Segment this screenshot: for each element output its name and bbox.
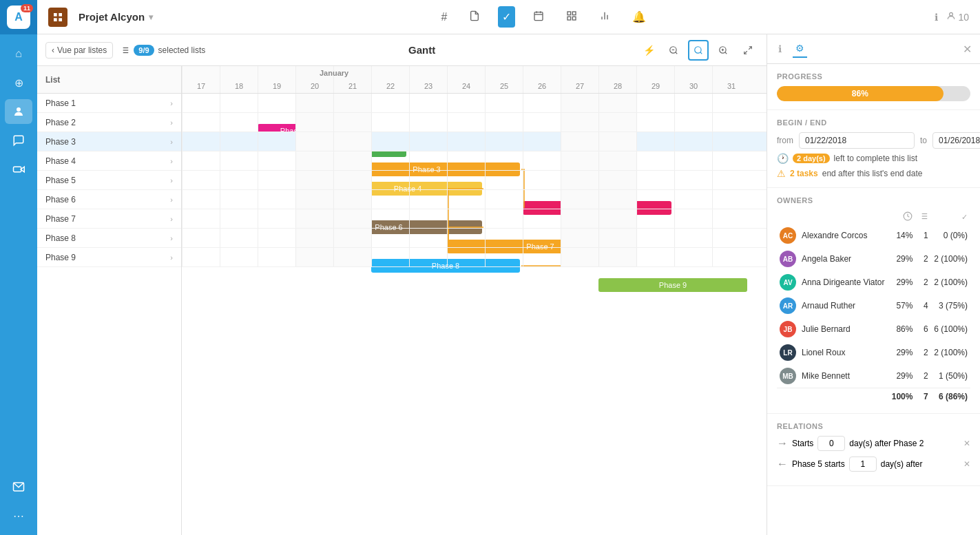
total-pct: 100% (888, 388, 915, 406)
list-item-arrow: › (170, 215, 173, 223)
calendar-icon[interactable] (529, 6, 548, 28)
list-item[interactable]: Phase 1› (37, 94, 181, 113)
owner-name: Angela Baker (802, 254, 851, 264)
search-icon[interactable]: ⊕ (5, 70, 32, 95)
back-button[interactable]: ‹ Vue par listes (45, 42, 113, 59)
avatar: AR (780, 297, 796, 314)
chart-cell (295, 209, 333, 228)
owner-name: Julie Bernard (802, 324, 851, 334)
owners-section: OWNERS ✓ (767, 188, 980, 414)
panel-info-tab[interactable]: ℹ (775, 41, 784, 57)
owner-count[interactable]: 2 (915, 271, 930, 294)
list-item[interactable]: Phase 5› (37, 171, 181, 190)
list-item-arrow: › (170, 253, 173, 262)
chart-cell (409, 113, 447, 132)
day-cell: 30 (674, 66, 712, 93)
owner-count[interactable]: 2 (915, 364, 930, 388)
video-icon[interactable] (5, 157, 32, 182)
owner-count[interactable]: 4 (915, 294, 930, 317)
more-icon[interactable]: ⋯ (5, 503, 32, 528)
chart-cell (258, 190, 295, 209)
chart-cell (598, 132, 636, 151)
list-item[interactable]: Phase 7› (37, 209, 181, 229)
info-header-icon[interactable]: ℹ (935, 12, 938, 23)
svg-line-27 (676, 52, 678, 54)
search-gantt-button[interactable] (688, 40, 709, 61)
users-icon[interactable] (5, 99, 32, 124)
svg-point-19 (949, 12, 952, 16)
chat-icon[interactable] (5, 128, 32, 153)
chart-cell (447, 229, 485, 247)
grid-icon[interactable] (562, 6, 581, 28)
relation-close-button[interactable]: ✕ (963, 439, 970, 448)
list-item[interactable]: Phase 3› (37, 132, 181, 151)
owner-pct: 29% (888, 247, 915, 271)
to-date-input[interactable] (932, 132, 980, 149)
doc-icon[interactable] (465, 6, 484, 28)
from-date-input[interactable] (799, 132, 915, 149)
panel-settings-tab[interactable]: ⚙ (793, 40, 807, 58)
owner-count[interactable]: 6 (915, 317, 930, 341)
bell-icon[interactable]: 🔔 (628, 6, 650, 28)
home-icon[interactable]: ⌂ (5, 41, 32, 66)
check-icon[interactable]: ✓ (498, 6, 515, 28)
chart-cell (636, 113, 674, 132)
chart-cell (523, 94, 561, 112)
gantt-bar[interactable]: Phase 9 (598, 278, 747, 292)
project-dropdown-icon[interactable]: ▾ (149, 12, 153, 22)
tasks-warning-text: end after this list's end date (822, 169, 923, 178)
owner-pct: 86% (888, 317, 915, 341)
chart-cell (371, 94, 409, 112)
list-item[interactable]: Phase 6› (37, 190, 181, 209)
relation-suffix: day(s) after (881, 459, 923, 469)
owner-pct: 29% (888, 341, 915, 364)
relation-value-input[interactable] (849, 457, 877, 472)
selected-lists: 9/9 selected lists (120, 45, 205, 56)
chart-cell (220, 190, 258, 209)
svg-line-32 (725, 52, 727, 54)
chart-icon[interactable] (595, 6, 614, 28)
sidebar-logo[interactable]: A 11 (0, 0, 37, 34)
owner-done: 2 (100%) (931, 271, 970, 294)
zoom-in-button[interactable] (713, 40, 733, 61)
user-count-icon[interactable]: 10 (946, 11, 969, 23)
back-arrow-icon: ‹ (52, 45, 54, 55)
list-item[interactable]: Phase 4› (37, 151, 181, 171)
owner-count[interactable]: 2 (915, 341, 930, 364)
chart-row (182, 209, 767, 229)
svg-rect-7 (59, 18, 62, 21)
list-item[interactable]: Phase 2› (37, 113, 181, 132)
toolbar-right: ⚡ (638, 40, 758, 61)
panel-close-button[interactable]: ✕ (963, 43, 972, 56)
zoom-out-button[interactable] (663, 40, 684, 61)
relation-close-button[interactable]: ✕ (963, 459, 970, 469)
expand-button[interactable] (738, 40, 758, 61)
svg-rect-5 (59, 13, 62, 17)
day-cell: 25 (485, 66, 523, 93)
relation-value-input[interactable] (817, 436, 845, 451)
svg-rect-6 (54, 18, 57, 21)
chart-area[interactable]: January 171819202122232425262728293031 P… (182, 66, 767, 535)
top-header: Projet Alcyon ▾ # ✓ 🔔 ℹ 10 (37, 0, 980, 34)
chart-cell (712, 248, 750, 266)
hash-icon[interactable]: # (437, 7, 451, 28)
avatar: AC (780, 227, 796, 244)
notification-badge: 11 (21, 4, 33, 12)
svg-point-29 (695, 46, 701, 52)
list-item[interactable]: Phase 8› (37, 229, 181, 248)
chart-cell (485, 171, 523, 189)
mail-icon[interactable] (5, 474, 32, 499)
chart-cell (712, 132, 750, 151)
owner-row: MB Mike Bennett 29% 2 1 (50%) (777, 364, 970, 388)
chart-cell (598, 209, 636, 228)
list-item[interactable]: Phase 9› (37, 248, 181, 267)
relations-section: RELATIONS → Starts day(s) after Phase 2 … (767, 414, 980, 486)
bolt-button[interactable]: ⚡ (638, 40, 659, 61)
owner-count[interactable]: 2 (915, 247, 930, 271)
owners-tbody: AC Alexandre Corcos 14% 1 0 (0%) AB Ange… (777, 224, 970, 405)
owner-done: 2 (100%) (931, 247, 970, 271)
gantt-title: Gantt (212, 44, 632, 56)
owner-name-cell: LR Lionel Roux (777, 341, 888, 364)
owner-count[interactable]: 1 (915, 224, 930, 247)
list-item-arrow: › (170, 99, 173, 107)
